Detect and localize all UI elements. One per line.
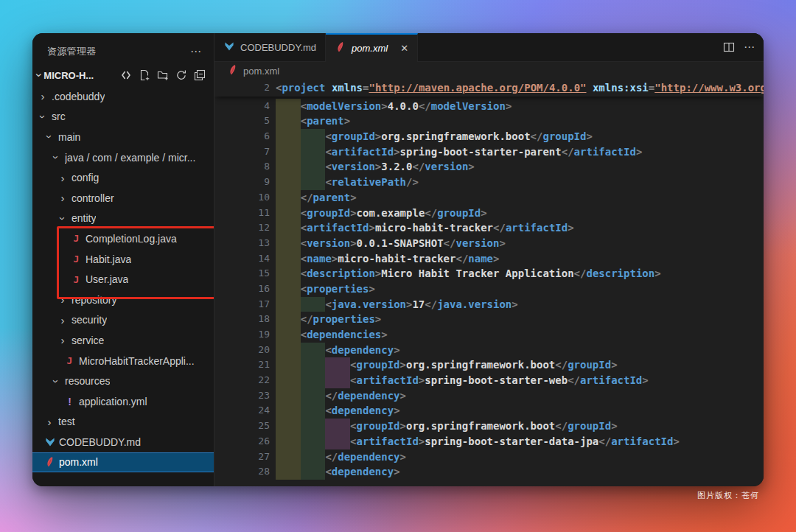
line-number: 7 [214, 144, 270, 160]
tab-label: CODEBUDDY.md [240, 42, 316, 53]
tree-item-controller[interactable]: ›controller [32, 188, 214, 209]
tab-codebuddy-md[interactable]: CODEBUDDY.md [214, 33, 326, 61]
line-number: 23 [214, 388, 270, 404]
code-line: 16 <properties> [214, 281, 764, 297]
tree-item-user-java[interactable]: JUser.java [32, 269, 214, 290]
line-number: 22 [214, 373, 270, 388]
code-chevrons-button[interactable] [119, 69, 133, 82]
code-line: 10 </parent> [214, 190, 764, 206]
line-number: 14 [214, 251, 270, 267]
breadcrumb-label: pom.xml [243, 66, 279, 77]
tree-item-label: main [58, 131, 80, 143]
tree-item-label: User.java [85, 273, 128, 285]
split-editor-button[interactable] [722, 41, 736, 54]
project-root-row[interactable]: › MICRO-H... [32, 64, 214, 86]
tree-item-resources[interactable]: ›resources [32, 371, 214, 391]
line-number: 2 [214, 80, 270, 96]
code-line: 14 <name>micro-habit-tracker</name> [214, 251, 764, 267]
tree-item-security[interactable]: ›security [32, 310, 214, 331]
refresh-button[interactable] [175, 69, 188, 82]
tree-item-test[interactable]: ›test [32, 412, 214, 433]
tree-item-java-com-example-micr-[interactable]: ›java / com / example / micr... [32, 147, 214, 168]
tree-item-service[interactable]: ›service [32, 330, 214, 351]
chevron-right-icon: › [37, 90, 49, 102]
explorer-actions [119, 69, 206, 82]
line-number: 11 [214, 206, 270, 221]
line-number: 27 [214, 449, 270, 465]
new-file-icon [139, 69, 150, 81]
explorer-header: 资源管理器 ⋯ [32, 33, 214, 64]
line-number: 4 [214, 99, 270, 114]
line-number: 25 [214, 419, 270, 434]
code-line: 20 <dependency> [214, 343, 764, 358]
new-folder-button[interactable] [156, 69, 170, 82]
code-line: 22 <artifactId>spring-boot-starter-web</… [214, 373, 764, 388]
yaml-file-icon: ! [68, 396, 71, 407]
tree-item-repository[interactable]: ›repository [32, 290, 214, 310]
code-line: 9 <relativePath/> [214, 175, 764, 190]
code-line: 13 <version>0.0.1-SNAPSHOT</version> [214, 236, 764, 251]
tree-item-microhabittrackerappli-[interactable]: JMicroHabitTrackerAppli... [32, 351, 214, 371]
code-line: 27 </dependency> [214, 449, 764, 465]
line-number: 20 [214, 343, 270, 358]
tab-label: pom.xml [352, 43, 388, 54]
tree-item-label: CODEBUDDY.md [59, 436, 141, 448]
tab-pom-xml[interactable]: pom.xml ✕ [326, 33, 418, 62]
chevron-down-icon: › [43, 131, 56, 143]
tree-item-habit-java[interactable]: JHabit.java [32, 249, 214, 270]
line-number: 16 [214, 281, 270, 297]
collapse-all-button[interactable] [193, 69, 206, 82]
markdown-arrow-icon [223, 41, 235, 52]
tree-item-application-yml[interactable]: !application.yml [32, 391, 214, 412]
tree-item-completionlog-java[interactable]: JCompletionLog.java [32, 228, 214, 249]
editor-area[interactable]: CODEBUDDY.md pom.xml ✕ ⋯ pom.xml 2 <proj… [214, 33, 764, 486]
tree-item-codebuddy-md[interactable]: CODEBUDDY.md [32, 432, 214, 452]
java-file-icon: J [74, 253, 80, 265]
refresh-icon [175, 69, 187, 81]
tree-item-label: controller [71, 192, 114, 204]
tree-item-label: .codebuddy [52, 91, 105, 102]
line-number: 17 [214, 297, 270, 312]
tree-item-label: src [52, 111, 66, 122]
tree-item--codebuddy[interactable]: ›.codebuddy [32, 86, 214, 107]
sticky-scroll-line: 2 <project xmlns="http://maven.apache.or… [214, 80, 764, 97]
line-number: 13 [214, 236, 270, 251]
more-actions-icon[interactable]: ⋯ [190, 45, 202, 58]
close-icon[interactable]: ✕ [400, 43, 408, 54]
line-number: 6 [214, 129, 270, 144]
line-number: 15 [214, 266, 270, 281]
new-file-button[interactable] [138, 69, 151, 82]
line-number: 9 [214, 175, 270, 190]
tree-item-main[interactable]: ›main [32, 127, 214, 147]
tree-item-pom-xml[interactable]: pom.xml [32, 452, 214, 473]
tree-item-label: resources [65, 375, 110, 387]
code-line: 28 <dependency> [214, 464, 764, 480]
maven-feather-icon [227, 64, 239, 76]
chevron-right-icon: › [57, 172, 69, 184]
code-chevrons-icon [120, 69, 132, 81]
tree-item-config[interactable]: ›config [32, 167, 214, 188]
vscode-window: 资源管理器 ⋯ › MICRO-H... ›.codebuddy ›src ›m… [32, 33, 764, 486]
java-file-icon: J [74, 233, 80, 244]
code-line: 21 <groupId>org.springframework.boot</gr… [214, 357, 764, 373]
java-file-icon: J [74, 274, 80, 285]
more-icon[interactable]: ⋯ [744, 41, 755, 54]
tree-item-label: CompletionLog.java [85, 233, 177, 245]
chevron-down-icon: › [32, 73, 46, 77]
explorer-title: 资源管理器 [47, 45, 97, 58]
code-line: 18 </properties> [214, 312, 764, 327]
split-editor-icon [723, 41, 735, 53]
line-number: 21 [214, 357, 270, 373]
more-button[interactable]: ⋯ [743, 41, 756, 54]
line-number: 26 [214, 434, 270, 449]
chevron-right-icon: › [57, 293, 69, 306]
tree-item-src[interactable]: ›src [32, 107, 214, 127]
new-folder-icon [157, 69, 169, 81]
code-line: 2 <project xmlns="http://maven.apache.or… [214, 80, 764, 96]
code-lines: 4 <modelVersion>4.0.0</modelVersion> 5 <… [214, 97, 764, 480]
code-line: 19 <dependencies> [214, 327, 764, 343]
breadcrumb[interactable]: pom.xml [214, 62, 764, 80]
code-editor[interactable]: 2 <project xmlns="http://maven.apache.or… [214, 80, 764, 486]
chevron-down-icon: › [57, 212, 69, 224]
tree-item-entity[interactable]: ›entity [32, 209, 214, 229]
